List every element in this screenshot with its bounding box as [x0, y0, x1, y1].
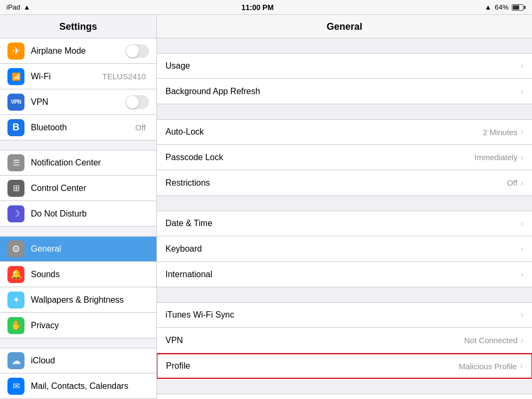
bluetooth-icon: B — [7, 119, 24, 136]
sidebar: Settings ✈ Airplane Mode 📶 Wi-Fi TELUS24… — [0, 15, 157, 399]
content-item-vpn[interactable]: VPN Not Connected › — [157, 328, 532, 353]
content-item-profile[interactable]: Profile Malicious Profile › — [157, 353, 532, 379]
chevron-icon: › — [521, 153, 523, 162]
profile-value: Malicious Profile — [459, 362, 517, 371]
device-label: iPad — [6, 3, 20, 11]
content-item-itunes[interactable]: iTunes Wi-Fi Sync › — [157, 302, 532, 328]
content-item-background[interactable]: Background App Refresh › — [157, 79, 532, 104]
status-time: 11:00 PM — [242, 3, 274, 12]
content-group-lock: Auto-Lock 2 Minutes › Passcode Lock Imme… — [157, 119, 532, 196]
icloud-icon: ☁ — [7, 352, 24, 369]
status-bar: iPad ▲ 11:00 PM ▲ 64% — [0, 0, 532, 15]
sidebar-item-privacy[interactable]: ✋ Privacy — [0, 313, 156, 338]
sidebar-title: Settings — [0, 15, 156, 38]
content-item-autolock[interactable]: Auto-Lock 2 Minutes › — [157, 119, 532, 145]
datetime-label: Date & Time — [165, 219, 521, 228]
sidebar-item-label-vpn: VPN — [31, 97, 126, 107]
sidebar-item-control[interactable]: ⊞ Control Center — [0, 176, 156, 201]
donotdisturb-icon: ☽ — [7, 205, 24, 222]
vpn-label: VPN — [165, 336, 464, 345]
control-center-icon: ⊞ — [7, 180, 24, 197]
airplane-toggle[interactable] — [126, 44, 149, 58]
international-label: International — [165, 270, 521, 279]
chevron-icon: › — [521, 270, 523, 279]
chevron-icon: › — [521, 178, 523, 188]
autolock-label: Auto-Lock — [165, 127, 483, 137]
wifi-icon: 📶 — [7, 68, 24, 85]
sidebar-item-general[interactable]: ⚙ General — [0, 236, 156, 262]
content-item-usage[interactable]: Usage › — [157, 53, 532, 79]
content-item-datetime[interactable]: Date & Time › — [157, 211, 532, 236]
content-group-connectivity: iTunes Wi-Fi Sync › VPN Not Connected › … — [157, 302, 532, 379]
battery-percent: 64% — [495, 3, 509, 11]
vpn-value: Not Connected — [464, 336, 518, 345]
content-item-restrictions[interactable]: Restrictions Off › — [157, 170, 532, 196]
passcode-label: Passcode Lock — [165, 153, 475, 162]
sidebar-item-label-wifi: Wi-Fi — [31, 72, 102, 81]
location-icon: ▲ — [485, 3, 492, 11]
restrictions-label: Restrictions — [165, 178, 507, 188]
mail-icon: ✉ — [7, 378, 24, 395]
sidebar-item-wifi[interactable]: 📶 Wi-Fi TELUS2410 — [0, 64, 156, 89]
keyboard-label: Keyboard — [165, 244, 521, 254]
sidebar-item-vpn[interactable]: VPN VPN — [0, 89, 156, 115]
chevron-icon: › — [520, 361, 523, 371]
bluetooth-value: Off — [135, 123, 146, 132]
content-title: General — [157, 15, 532, 38]
sidebar-item-label-icloud: iCloud — [31, 356, 149, 365]
content-item-keyboard[interactable]: Keyboard › — [157, 236, 532, 262]
profile-label: Profile — [166, 361, 459, 371]
notification-icon: ☰ — [7, 154, 24, 171]
itunes-label: iTunes Wi-Fi Sync — [165, 310, 521, 320]
sidebar-item-mail[interactable]: ✉ Mail, Contacts, Calendars — [0, 373, 156, 399]
sidebar-item-label-bluetooth: Bluetooth — [31, 123, 135, 132]
sidebar-group-network: ✈ Airplane Mode 📶 Wi-Fi TELUS2410 VPN VP… — [0, 38, 156, 140]
sidebar-group-general: ⚙ General 🔔 Sounds ✦ Wallpapers & Bright… — [0, 236, 156, 338]
content-group-locale: Date & Time › Keyboard › International › — [157, 211, 532, 287]
sidebar-item-icloud[interactable]: ☁ iCloud — [0, 348, 156, 373]
sidebar-item-airplane[interactable]: ✈ Airplane Mode — [0, 38, 156, 64]
sidebar-item-label-sounds: Sounds — [31, 270, 149, 279]
sidebar-item-sounds[interactable]: 🔔 Sounds — [0, 262, 156, 287]
sidebar-item-notification[interactable]: ☰ Notification Center — [0, 150, 156, 176]
content-item-reset[interactable]: Reset › — [157, 394, 532, 399]
sidebar-item-label-donotdisturb: Do Not Disturb — [31, 209, 149, 219]
autolock-value: 2 Minutes — [483, 128, 518, 137]
content-panel: General Usage › Background App Refresh ›… — [157, 15, 532, 399]
sidebar-item-label-wallpapers: Wallpapers & Brightness — [31, 295, 149, 305]
sidebar-item-donotdisturb[interactable]: ☽ Do Not Disturb — [0, 201, 156, 227]
privacy-icon: ✋ — [7, 317, 24, 334]
status-left: iPad ▲ — [6, 3, 30, 11]
content-item-passcode[interactable]: Passcode Lock Immediately › — [157, 145, 532, 170]
content-item-international[interactable]: International › — [157, 262, 532, 287]
sidebar-item-label-privacy: Privacy — [31, 321, 149, 330]
sidebar-item-label-airplane: Airplane Mode — [31, 46, 126, 56]
content-group-reset: Reset › — [157, 394, 532, 399]
chevron-icon: › — [521, 244, 523, 254]
restrictions-value: Off — [507, 178, 518, 187]
sidebar-item-bluetooth[interactable]: B Bluetooth Off — [0, 115, 156, 140]
sidebar-item-label-general: General — [31, 244, 149, 254]
chevron-icon: › — [521, 127, 523, 137]
battery-icon — [512, 4, 526, 11]
vpn-toggle[interactable] — [126, 95, 149, 109]
sidebar-item-label-mail: Mail, Contacts, Calendars — [31, 381, 149, 391]
wifi-value: TELUS2410 — [102, 72, 146, 81]
sidebar-group-notification: ☰ Notification Center ⊞ Control Center ☽… — [0, 150, 156, 227]
chevron-icon: › — [521, 61, 523, 71]
sidebar-item-wallpapers[interactable]: ✦ Wallpapers & Brightness — [0, 287, 156, 313]
content-group-usage: Usage › Background App Refresh › — [157, 53, 532, 104]
signal-icon: ▲ — [23, 3, 30, 11]
chevron-icon: › — [521, 219, 523, 228]
airplane-icon: ✈ — [7, 43, 24, 60]
chevron-icon: › — [521, 310, 523, 320]
sidebar-group-accounts: ☁ iCloud ✉ Mail, Contacts, Calendars — [0, 348, 156, 399]
general-icon: ⚙ — [7, 240, 24, 257]
vpn-icon: VPN — [7, 94, 24, 111]
sounds-icon: 🔔 — [7, 266, 24, 283]
sidebar-item-label-control: Control Center — [31, 184, 149, 193]
main-container: Settings ✈ Airplane Mode 📶 Wi-Fi TELUS24… — [0, 15, 532, 399]
background-label: Background App Refresh — [165, 87, 521, 96]
chevron-icon: › — [521, 87, 523, 96]
passcode-value: Immediately — [475, 153, 518, 162]
